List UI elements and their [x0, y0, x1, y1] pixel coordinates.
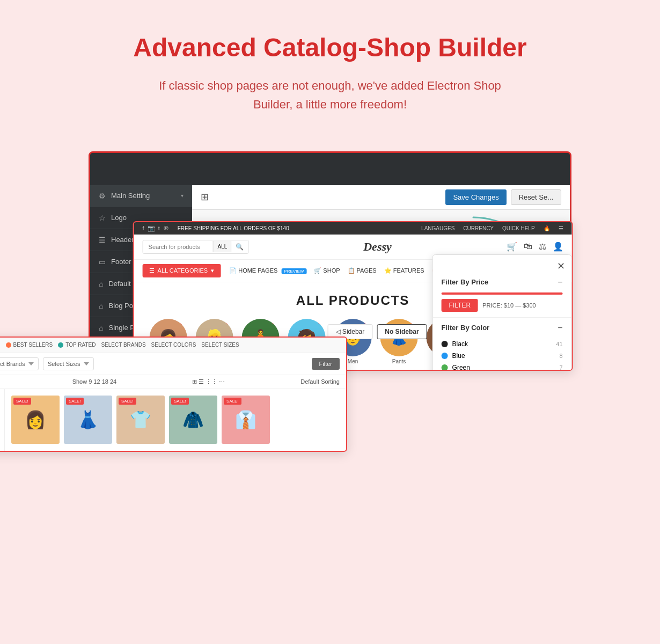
preview-badge: PREVIEW	[281, 268, 306, 274]
secondary-sidebar-area: SEARCH Filter by price − FILTER PRICE: $…	[0, 389, 346, 451]
product-thumb-3[interactable]: SALE! 👕	[116, 396, 165, 444]
currency-dropdown[interactable]: CURRENCY	[463, 225, 494, 231]
blue-label: Blue	[452, 352, 465, 360]
sidebar-label-header: Header	[111, 236, 134, 244]
product-thumb-4[interactable]: SALE! 🧥	[169, 396, 217, 444]
pants-label: Pants	[380, 358, 418, 364]
black-count: 41	[556, 341, 562, 347]
social-icons: f 📷 t ℗	[143, 225, 169, 232]
product-img-1: SALE! 👩	[11, 396, 60, 444]
gear-icon: ⚙	[99, 192, 106, 200]
select-brands-label: SELECT BRANDS	[101, 342, 145, 348]
filter-popup: ✕ Filter By Price − FILTER PRICE: $10 — …	[432, 254, 572, 371]
no-sidebar-button[interactable]: No Sidebar	[377, 324, 427, 339]
sidebar-item-main-setting[interactable]: ⚙ Main Setting ▾	[90, 185, 192, 207]
twitter-icon[interactable]: t	[158, 225, 160, 232]
product-thumb-2[interactable]: SALE! 👗	[64, 396, 112, 444]
select-colors-label: SELECT COLORS	[151, 342, 196, 348]
wishlist-icon[interactable]: 🛍	[524, 241, 532, 252]
black-label: Black	[452, 340, 468, 348]
results-row: Showing 1–20 of 35 results Show 9 12 18 …	[0, 375, 346, 389]
price-range-label: PRICE: $10 — $300	[482, 302, 536, 309]
pinterest-icon[interactable]: ℗	[163, 225, 169, 232]
account-icon[interactable]: 👤	[553, 241, 563, 252]
secondary-shop-panel: Fast Filters: FEATURED BEST SELLERS TOP …	[0, 336, 347, 452]
price-slider[interactable]	[442, 292, 563, 295]
view-icons: ⊞ ☰ ⋮⋮ ⋯	[192, 378, 225, 385]
sale-badge-2: SALE!	[66, 398, 84, 405]
apply-filter-button[interactable]: Filter	[312, 358, 340, 370]
select-sizes-label: SELECT SIZES	[201, 342, 239, 348]
price-filter-button[interactable]: FILTER	[442, 299, 478, 312]
cart-icon[interactable]: 🛒	[507, 241, 517, 252]
default-sorting[interactable]: Default Sorting	[300, 378, 340, 385]
toolbar-buttons: Save Changes Reset Se...	[445, 189, 561, 205]
filter-price-section: Filter By Price − FILTER PRICE: $10 — $3…	[433, 272, 571, 318]
color-black[interactable]: Black 41	[442, 338, 563, 350]
shop-topbar-right: LANGAUGES CURRENCY QUICK HELP 🔥 ☰	[421, 225, 563, 231]
sale-badge-3: SALE!	[119, 398, 136, 405]
filter-price-toggle[interactable]: −	[558, 277, 562, 287]
save-changes-button[interactable]: Save Changes	[445, 189, 506, 205]
star-icon: ☆	[99, 214, 106, 222]
menu-icon: ☰	[99, 236, 106, 244]
featured-label: FEATURED	[0, 342, 1, 348]
search-input[interactable]	[143, 241, 213, 253]
top-rated-filter[interactable]: TOP RATED	[58, 342, 96, 348]
sidebar-label-footer: Footer	[111, 258, 131, 266]
instagram-icon[interactable]: 📷	[148, 225, 155, 232]
filter-price-title: Filter By Price	[442, 278, 488, 286]
shop-topbar-left: f 📷 t ℗ FREE SHIPPING FOR ALL ORDERS OF …	[143, 225, 289, 232]
green-dot	[442, 364, 448, 371]
sizes-dropdown[interactable]: Select Sizes	[43, 357, 94, 370]
select-brands-filter[interactable]: SELECT BRANDS	[101, 342, 145, 348]
hamburger-menu-icon[interactable]: ☰	[559, 225, 563, 231]
search-button[interactable]: 🔍	[231, 240, 248, 253]
nav-shop[interactable]: 🛒 SHOP	[314, 267, 340, 274]
footer-icon: ▭	[99, 258, 106, 266]
secondary-fast-filters: Fast Filters: FEATURED BEST SELLERS TOP …	[0, 338, 346, 353]
facebook-icon[interactable]: f	[143, 225, 144, 232]
fire-icon: 🔥	[544, 225, 550, 231]
home-icon: ⌂	[99, 280, 103, 288]
nav-pages[interactable]: 📋 PAGES	[348, 267, 377, 274]
sidebar-label-logo: Logo	[111, 214, 127, 222]
home-icon-2: ⌂	[99, 302, 103, 310]
brands-dropdown[interactable]: Select Brands	[0, 357, 39, 370]
color-green[interactable]: Green 7	[442, 362, 563, 371]
best-sellers-filter[interactable]: BEST SELLERS	[6, 342, 53, 348]
all-categories-label: ALL CATEGORIES	[158, 267, 208, 274]
filter-color-toggle[interactable]: −	[558, 323, 562, 333]
coats-badge: 3	[226, 319, 233, 325]
chevron-icon: ▾	[181, 193, 184, 199]
free-shipping-text: FREE SHIPPING FOR ALL ORDERS OF $140	[178, 225, 289, 231]
green-count: 7	[559, 364, 562, 371]
color-blue[interactable]: Blue 8	[442, 350, 563, 362]
all-categories-button[interactable]: ☰ ALL CATEGORIES ▾	[143, 264, 221, 277]
product-thumb-1[interactable]: SALE! 👩	[11, 396, 60, 444]
nav-home-pages[interactable]: 📄 HOME PAGES PREVIEW	[229, 267, 306, 274]
select-sizes-filter[interactable]: SELECT SIZES	[201, 342, 239, 348]
jeans-badge: 4	[272, 319, 280, 325]
hero-subtitle: If classic shop pages are not enough, we…	[142, 76, 518, 114]
select-colors-filter[interactable]: SELECT COLORS	[151, 342, 196, 348]
black-dot	[442, 341, 448, 347]
shop-logo: Dessy	[363, 240, 392, 254]
sale-badge-4: SALE!	[171, 398, 189, 405]
languages-dropdown[interactable]: LANGAUGES	[421, 225, 454, 231]
filter-color-section: Filter By Color − Black 41 Blue 8	[433, 318, 571, 371]
kids-badge: 1	[318, 319, 326, 325]
product-img-5: SALE! 👔	[222, 396, 270, 444]
home-icon-3: ⌂	[99, 324, 103, 332]
search-category-dropdown[interactable]: ALL	[213, 241, 232, 252]
compare-icon[interactable]: ⚖	[539, 241, 546, 252]
filter-close-button[interactable]: ✕	[557, 260, 565, 272]
product-thumb-5[interactable]: SALE! 👔	[222, 396, 270, 444]
category-chevron-icon: ▾	[211, 267, 214, 274]
sec-sidebar-col: SEARCH Filter by price − FILTER PRICE: $…	[0, 389, 5, 451]
reset-button[interactable]: Reset Se...	[511, 189, 561, 205]
quick-help-dropdown[interactable]: QUICK HELP	[502, 225, 535, 231]
green-label: Green	[452, 364, 470, 371]
nav-features[interactable]: ⭐ FEATURES	[384, 267, 424, 274]
featured-filter[interactable]: FEATURED	[0, 342, 1, 348]
